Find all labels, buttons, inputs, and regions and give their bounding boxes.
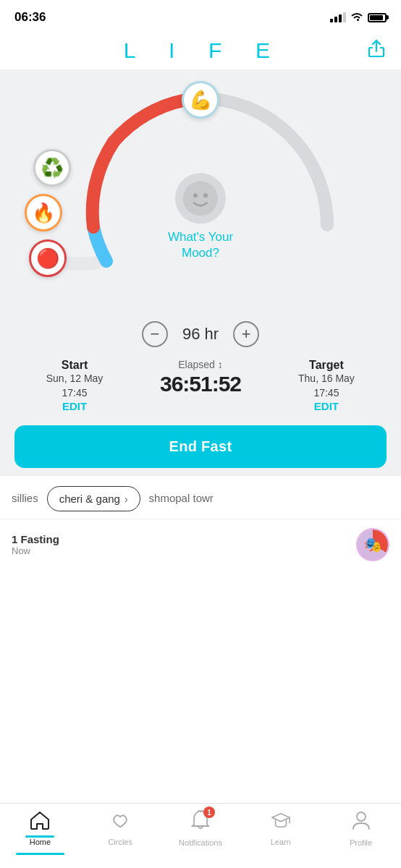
svg-point-2 [203, 193, 208, 197]
nav-notifications-label: Notifications [179, 838, 222, 847]
app-logo: L I F E [124, 38, 277, 63]
start-label: Start [17, 359, 132, 372]
status-bar: 06:36 [0, 0, 401, 32]
nav-learn-label: Learn [271, 838, 291, 846]
chevron-right-icon: › [124, 493, 128, 505]
target-block: Target Thu, 16 May 17:45 EDIT [269, 359, 384, 412]
groups-scroll[interactable]: sillies cheri & gang › shmopal towr [0, 486, 401, 511]
group-cheri[interactable]: cheri & gang › [47, 486, 140, 511]
status-icons [330, 12, 387, 24]
nav-profile[interactable]: Profile [321, 804, 401, 854]
home-active-indicator [25, 835, 54, 838]
avatar-inner: 🎭 [358, 529, 388, 560]
bottom-nav: Home Circles 1 Notifications Learn [0, 803, 401, 868]
nav-notifications[interactable]: 1 Notifications [161, 804, 241, 854]
target-label: Target [269, 359, 384, 372]
home-icon [30, 811, 50, 835]
mood-text[interactable]: What's Your Mood? [168, 229, 233, 261]
nav-home-label: Home [30, 838, 51, 846]
fasting-card[interactable]: 1 Fasting Now 🎭 [0, 519, 401, 570]
nav-home[interactable]: Home [0, 804, 80, 854]
time-info-row: Start Sun, 12 May 17:45 EDIT Elapsed ↕ 3… [14, 359, 387, 412]
svg-point-1 [193, 193, 198, 197]
svg-point-3 [357, 812, 366, 821]
group-sillies[interactable]: sillies [12, 486, 38, 511]
start-block: Start Sun, 12 May 17:45 EDIT [17, 359, 132, 412]
nav-circles[interactable]: Circles [80, 804, 161, 854]
group-shmopal[interactable]: shmopal towr [149, 486, 214, 511]
center-content: What's Your Mood? [168, 173, 233, 261]
community-section: sillies cheri & gang › shmopal towr 1 Fa… [0, 475, 401, 570]
elapsed-block: Elapsed ↕ 36:51:52 [132, 359, 269, 396]
logo-text: L I F E [124, 38, 277, 63]
elapsed-time: 36:51:52 [132, 372, 269, 396]
increase-hours-button[interactable]: + [233, 321, 259, 347]
fasting-info: 1 Fasting Now [12, 533, 59, 556]
nav-learn[interactable]: Learn [240, 804, 321, 854]
status-time: 06:36 [14, 10, 46, 25]
hours-value: 96 hr [182, 325, 219, 344]
signal-icon [330, 12, 346, 22]
nav-profile-label: Profile [350, 838, 372, 847]
elapsed-label: Elapsed ↕ [132, 359, 269, 370]
end-fast-button[interactable]: End Fast [14, 425, 387, 468]
fasting-count: 1 Fasting [12, 533, 59, 545]
ring-container: 💪 ♻️ 🔥 🔴 What's Your Mood? [14, 84, 387, 315]
mood-face[interactable] [175, 173, 226, 224]
arc-icon-tinder[interactable]: 🔴 [29, 239, 67, 277]
start-edit-button[interactable]: EDIT [17, 400, 132, 412]
arc-icon-exercise[interactable]: 💪 [182, 81, 219, 119]
battery-icon [368, 13, 387, 22]
nav-circles-label: Circles [108, 838, 132, 846]
arc-icon-recycle[interactable]: ♻️ [33, 149, 71, 187]
fasting-status: Now [12, 545, 59, 556]
main-content: 💪 ♻️ 🔥 🔴 What's Your Mood? − 9 [0, 69, 401, 475]
notification-badge: 1 [203, 807, 215, 818]
fasting-avatar: 🎭 [356, 528, 389, 561]
arc-icon-fire[interactable]: 🔥 [25, 194, 62, 231]
wifi-icon [350, 12, 363, 24]
target-edit-button[interactable]: EDIT [269, 400, 384, 412]
share-button[interactable] [366, 38, 387, 63]
decrease-hours-button[interactable]: − [142, 321, 168, 347]
hours-selector: − 96 hr + [14, 321, 387, 347]
svg-point-0 [183, 181, 218, 216]
target-date: Thu, 16 May 17:45 [269, 372, 384, 400]
profile-icon [352, 810, 371, 835]
start-date: Sun, 12 May 17:45 [17, 372, 132, 400]
circles-icon [110, 811, 130, 835]
app-header: L I F E [0, 32, 401, 69]
learn-icon [271, 811, 291, 835]
